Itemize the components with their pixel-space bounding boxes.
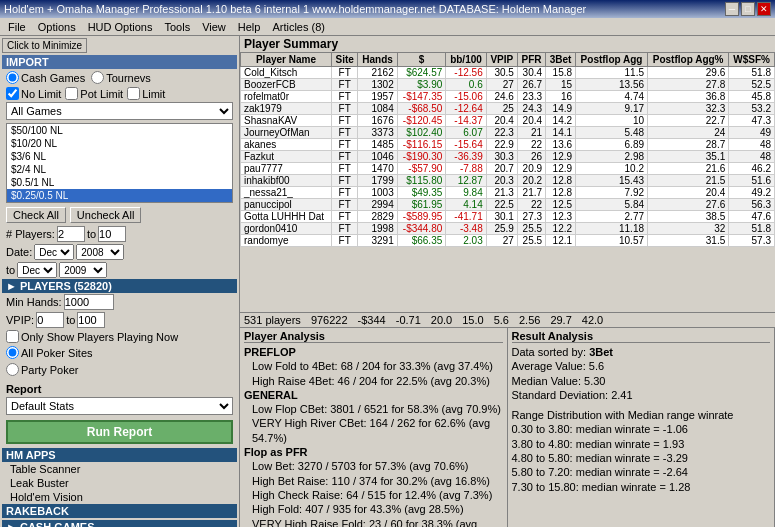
stakes-item-6[interactable]: $0.25/0.5 NL (7, 189, 232, 202)
player-name-cell: Cold_Kitsch (241, 67, 332, 79)
run-report-button[interactable]: Run Report (6, 420, 233, 444)
table-row[interactable]: randomye FT 3291 $66.35 2.03 27 25.5 12.… (241, 235, 775, 247)
party-poker-label[interactable]: Party Poker (6, 363, 78, 376)
table-row[interactable]: pau7777 FT 1470 -$57.90 -7.88 20.7 20.9 … (241, 163, 775, 175)
date-from-year-select[interactable]: 2008 (76, 244, 124, 260)
col-player-name[interactable]: Player Name (241, 53, 332, 67)
report-dropdown[interactable]: Default Stats (6, 397, 233, 415)
pfagg-cell: 5.84 (576, 199, 648, 211)
table-row[interactable]: JourneyOfMan FT 3373 $102.40 6.07 22.3 2… (241, 127, 775, 139)
menu-tools[interactable]: Tools (158, 20, 196, 34)
table-scanner-item[interactable]: Table Scanner (2, 462, 237, 476)
min-hands-input[interactable] (64, 294, 114, 310)
wssf-cell: 47.6 (729, 211, 775, 223)
player-table-container[interactable]: Player Name Site Hands $ bb/100 VPIP PFR… (240, 52, 775, 312)
table-row[interactable]: BoozerFCB FT 1302 $3.90 0.6 27 26.7 15 1… (241, 79, 775, 91)
all-sites-label[interactable]: All Poker Sites (6, 346, 93, 359)
rakeback-section[interactable]: RAKEBACK (2, 504, 237, 518)
minimize-button[interactable]: ─ (725, 2, 739, 16)
table-row[interactable]: akanes FT 1485 -$116.15 -15.64 22.9 22 1… (241, 139, 775, 151)
range-0: 0.30 to 3.80: median winrate = -1.06 (512, 422, 771, 436)
games-dropdown[interactable]: All Games (6, 102, 233, 120)
table-row[interactable]: _nessa21_ FT 1003 $49.35 9.84 21.3 21.7 … (241, 187, 775, 199)
col-bb100[interactable]: bb/100 (446, 53, 486, 67)
check-all-button[interactable]: Check All (6, 207, 66, 223)
site-cell: FT (331, 79, 357, 91)
hm-apps-label: HM APPS (6, 449, 56, 461)
tourneys-option[interactable]: Tournevs (91, 71, 151, 84)
table-row[interactable]: ShasnaKAV FT 1676 -$120.45 -14.37 20.4 2… (241, 115, 775, 127)
hm-apps-section[interactable]: HM APPS (2, 448, 237, 462)
col-site[interactable]: Site (331, 53, 357, 67)
table-row[interactable]: gordon0410 FT 1998 -$344.80 -3.48 25.9 2… (241, 223, 775, 235)
pot-limit-option[interactable]: Pot Limit (65, 87, 123, 100)
money-cell: $49.35 (397, 187, 446, 199)
table-row[interactable]: Cold_Kitsch FT 2162 $624.57 -12.56 30.5 … (241, 67, 775, 79)
menu-help[interactable]: Help (232, 20, 267, 34)
col-wssf[interactable]: W$SF% (729, 53, 775, 67)
site-cell: FT (331, 175, 357, 187)
table-row[interactable]: panuccipol FT 2994 $61.95 4.14 22.5 22 1… (241, 199, 775, 211)
col-pfr[interactable]: PFR (517, 53, 545, 67)
close-button[interactable]: ✕ (757, 2, 771, 16)
menu-articles[interactable]: Articles (8) (266, 20, 331, 34)
limit-option[interactable]: Limit (127, 87, 165, 100)
table-row[interactable]: inhakibf00 FT 1799 $115.80 12.87 20.3 20… (241, 175, 775, 187)
only-show-playing-option[interactable]: Only Show Players Playing Now (6, 330, 233, 343)
game-type-options: Cash Games Tournevs (2, 69, 237, 86)
hands-cell: 1676 (358, 115, 397, 127)
table-row[interactable]: rofelmat0r FT 1957 -$147.35 -15.06 24.6 … (241, 91, 775, 103)
bb100-cell: -15.64 (446, 139, 486, 151)
date-to-year-select[interactable]: 2009 (59, 262, 107, 278)
median-value: Median Value: 5.30 (512, 374, 771, 388)
col-money[interactable]: $ (397, 53, 446, 67)
col-vpip[interactable]: VPIP (486, 53, 517, 67)
menu-file[interactable]: File (2, 20, 32, 34)
date-to-month-select[interactable]: Dec (17, 262, 57, 278)
maximize-button[interactable]: □ (741, 2, 755, 16)
click-to-minimize-button[interactable]: Click to Minimize (2, 38, 87, 53)
pfagg-cell: 11.18 (576, 223, 648, 235)
bottom-panels: Player Analysis PREFLOP Low Fold to 4Bet… (240, 327, 775, 527)
stakes-list[interactable]: $50/100 NL $10/20 NL $3/6 NL $2/4 NL $0.… (6, 123, 233, 203)
cash-games-option[interactable]: Cash Games (6, 71, 85, 84)
hands-cell: 1046 (358, 151, 397, 163)
uncheck-all-button[interactable]: Uncheck All (70, 207, 141, 223)
players-from-input[interactable] (57, 226, 85, 242)
players-to-input[interactable] (98, 226, 126, 242)
table-row[interactable]: Gotta LUHHH Dat FT 2829 -$589.95 -41.71 … (241, 211, 775, 223)
vpip-cell: 22.9 (486, 139, 517, 151)
stakes-item-2[interactable]: $10/20 NL (7, 137, 232, 150)
stakes-item-4[interactable]: $2/4 NL (7, 163, 232, 176)
holdem-vision-item[interactable]: Hold'em Vision (2, 490, 237, 504)
stakes-item-5[interactable]: $0.5/1 NL (7, 176, 232, 189)
player-name-cell: JourneyOfMan (241, 127, 332, 139)
col-hands[interactable]: Hands (358, 53, 397, 67)
col-postflop-agg[interactable]: Postflop Agg (576, 53, 648, 67)
no-limit-option[interactable]: No Limit (6, 87, 61, 100)
stakes-item-3[interactable]: $3/6 NL (7, 150, 232, 163)
pfr-cell: 20.2 (517, 175, 545, 187)
menu-options[interactable]: Options (32, 20, 82, 34)
col-3bet[interactable]: 3Bet (546, 53, 576, 67)
leak-buster-item[interactable]: Leak Buster (2, 476, 237, 490)
bb100-cell: 2.03 (446, 235, 486, 247)
table-row[interactable]: Fazkut FT 1046 -$190.30 -36.39 30.3 26 1… (241, 151, 775, 163)
stakes-item-1[interactable]: $50/100 NL (7, 124, 232, 137)
date-from-month-select[interactable]: Dec (34, 244, 74, 260)
vpip-from-input[interactable] (36, 312, 64, 328)
import-section[interactable]: IMPORT (2, 55, 237, 69)
hands-cell: 1799 (358, 175, 397, 187)
cash-games-section[interactable]: ► CASH GAMES (2, 520, 237, 527)
wssf-cell: 51.6 (729, 175, 775, 187)
pfagg-cell: 10.2 (576, 163, 648, 175)
col-postflop-agg-pct[interactable]: Postflop Agg% (648, 53, 729, 67)
table-row[interactable]: zak1979 FT 1084 -$68.50 -12.64 25 24.3 1… (241, 103, 775, 115)
menu-view[interactable]: View (196, 20, 232, 34)
menu-hud-options[interactable]: HUD Options (82, 20, 159, 34)
player-summary-header: Player Summary (240, 36, 775, 52)
vpip-to-input[interactable] (77, 312, 105, 328)
players-section-header[interactable]: ► PLAYERS (52820) (2, 279, 237, 293)
threebet-cell: 14.1 (546, 127, 576, 139)
site-cell: FT (331, 139, 357, 151)
